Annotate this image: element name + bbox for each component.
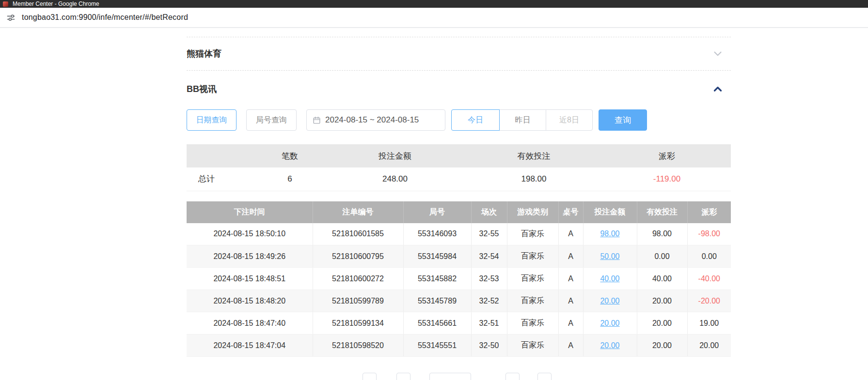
window-title: Member Center - Google Chrome [13,0,99,8]
table-no-cell: A [558,268,583,290]
game-type-cell: 百家乐 [507,290,558,312]
summary-total-row: 总计 6 248.00 198.00 -119.00 [187,167,731,191]
payout-cell: -40.00 [687,268,731,290]
round-cell: 553145789 [403,290,471,312]
bet-record-page: 熊猫体育 BB视讯 日期查询 局号查询 [187,37,731,380]
pagination-prev-button[interactable] [363,373,377,380]
payout-cell: 0.00 [687,245,731,268]
url-text[interactable]: tongbao31.com:9900/infe/mcenter/#/betRec… [22,13,188,22]
valid-bet-cell: 40.00 [637,268,687,290]
bets-header-payout: 派彩 [687,201,731,223]
window-titlebar: Member Center - Google Chrome [0,0,868,8]
bet-amount-link[interactable]: 50.00 [583,245,637,268]
session-cell: 32-54 [471,245,507,268]
valid-bet-cell: 98.00 [637,223,687,245]
session-cell: 32-52 [471,290,507,312]
valid-bet-cell: 20.00 [637,312,687,334]
session-cell: 32-50 [471,334,507,357]
calendar-icon [313,116,321,124]
date-range-input[interactable]: 2024-08-15 ~ 2024-08-15 [306,109,445,131]
bet-id-cell: 521810600795 [313,245,403,268]
bet-id-cell: 521810598520 [313,334,403,357]
summary-header-row: 笔数 投注金额 有效投注 派彩 [187,144,731,167]
bets-header-bet-amount: 投注金额 [583,201,637,223]
round-query-button[interactable]: 局号查询 [246,109,297,131]
table-row: 2024-08-15 18:48:51 521810600272 5531458… [187,268,731,290]
pagination [363,373,731,380]
pagination-jump-input[interactable] [537,373,552,380]
bets-header-bet-id: 注单编号 [313,201,403,223]
chevron-up-icon[interactable] [711,83,724,95]
bet-id-cell: 521810601585 [313,223,403,245]
bet-id-cell: 521810599789 [313,290,403,312]
section-title-bb-video: BB视讯 [187,83,217,95]
pagination-next-button[interactable] [505,373,520,380]
date-range-value: 2024-08-15 ~ 2024-08-15 [325,115,419,125]
bet-time-cell: 2024-08-15 18:47:40 [187,312,313,334]
bet-records-table: 下注时间 注单编号 局号 场次 游戏类别 桌号 投注金额 有效投注 派彩 202… [187,201,731,357]
bet-amount-link[interactable]: 20.00 [583,312,637,334]
summary-total-label: 总计 [187,167,254,191]
valid-bet-cell: 20.00 [637,334,687,357]
round-cell: 553145882 [403,268,471,290]
search-button[interactable]: 查询 [599,109,647,131]
bet-amount-link[interactable]: 20.00 [583,334,637,357]
bet-time-cell: 2024-08-15 18:49:26 [187,245,313,268]
bet-time-cell: 2024-08-15 18:48:20 [187,290,313,312]
yesterday-button[interactable]: 昨日 [499,109,546,131]
round-cell: 553146093 [403,223,471,245]
session-cell: 32-53 [471,268,507,290]
game-type-cell: 百家乐 [507,312,558,334]
pagination-page-size-select[interactable] [429,373,471,380]
site-settings-icon[interactable] [6,13,16,22]
quick-date-group: 今日 昨日 近8日 [451,109,593,131]
summary-header-bet-amount: 投注金额 [325,144,465,167]
valid-bet-cell: 0.00 [637,245,687,268]
game-type-cell: 百家乐 [507,334,558,357]
bet-amount-link[interactable]: 20.00 [583,290,637,312]
table-row: 2024-08-15 18:47:40 521810599134 5531456… [187,312,731,334]
summary-payout-value: -119.00 [603,167,731,191]
session-cell: 32-55 [471,223,507,245]
round-cell: 553145984 [403,245,471,268]
bets-header-round: 局号 [403,201,471,223]
chevron-down-icon[interactable] [711,47,724,60]
session-cell: 32-51 [471,312,507,334]
payout-cell: -98.00 [687,223,731,245]
summary-header-blank [187,144,254,167]
bets-header-game-type: 游戏类别 [507,201,558,223]
bet-time-cell: 2024-08-15 18:47:04 [187,334,313,357]
payout-cell: 20.00 [687,334,731,357]
summary-header-count: 笔数 [254,144,325,167]
game-type-cell: 百家乐 [507,268,558,290]
table-row: 2024-08-15 18:47:04 521810598520 5531455… [187,334,731,357]
bet-amount-link[interactable]: 98.00 [583,223,637,245]
bets-header-time: 下注时间 [187,201,313,223]
section-bb-video[interactable]: BB视讯 [187,71,731,107]
table-row: 2024-08-15 18:50:10 521810601585 5531460… [187,223,731,245]
today-button[interactable]: 今日 [451,109,500,131]
round-cell: 553145661 [403,312,471,334]
pagination-page-button[interactable] [396,373,410,380]
date-query-button[interactable]: 日期查询 [187,109,237,131]
summary-header-payout: 派彩 [603,144,731,167]
last-8-days-button[interactable]: 近8日 [546,109,593,131]
table-no-cell: A [558,223,583,245]
bet-id-cell: 521810600272 [313,268,403,290]
summary-valid-bet-value: 198.00 [465,167,603,191]
section-panda-sports[interactable]: 熊猫体育 [187,37,731,71]
table-row: 2024-08-15 18:48:20 521810599789 5531457… [187,290,731,312]
bet-amount-link[interactable]: 40.00 [583,268,637,290]
bets-header-valid-bet: 有效投注 [637,201,687,223]
valid-bet-cell: 20.00 [637,290,687,312]
summary-header-valid-bet: 有效投注 [465,144,603,167]
table-no-cell: A [558,312,583,334]
bet-time-cell: 2024-08-15 18:48:51 [187,268,313,290]
game-type-cell: 百家乐 [507,223,558,245]
bets-header-table-no: 桌号 [558,201,583,223]
summary-bet-amount-value: 248.00 [325,167,465,191]
address-bar[interactable]: tongbao31.com:9900/infe/mcenter/#/betRec… [0,8,868,28]
payout-cell: 19.00 [687,312,731,334]
filter-toolbar: 日期查询 局号查询 2024-08-15 ~ 2024-08-15 今日 昨日 … [187,109,731,131]
window-icon [3,1,8,7]
